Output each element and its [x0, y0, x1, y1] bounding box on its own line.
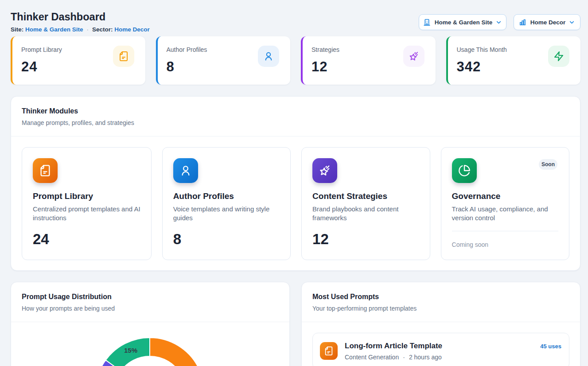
svg-text:15%: 15%: [124, 347, 137, 354]
